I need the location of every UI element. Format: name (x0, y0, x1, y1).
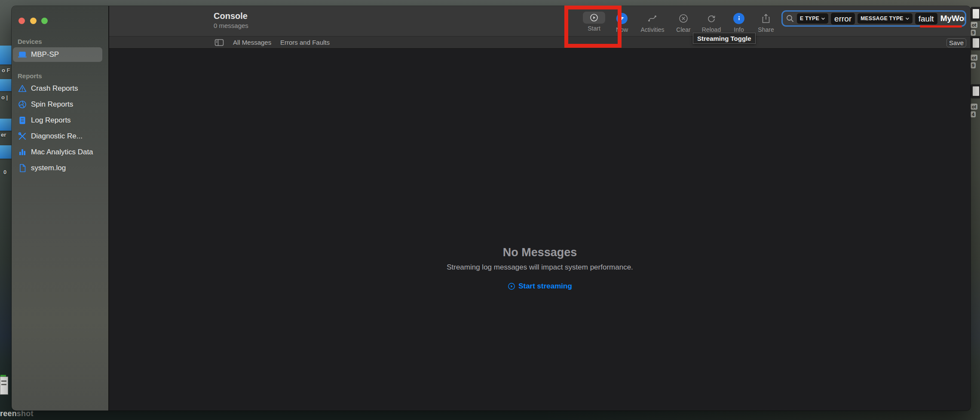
screenshot-thumbnail-icon (971, 36, 980, 50)
screenshot-thumbnail-icon (971, 7, 980, 21)
desktop-icon-label: o | (1, 94, 8, 101)
zoom-window-button[interactable] (41, 18, 48, 24)
page-title: Console (214, 11, 248, 21)
chevron-down-icon (821, 17, 825, 20)
sidebar: Devices MBP-SP Reports Crash Reports Spi… (12, 6, 108, 411)
streaming-toggle-tooltip: Streaming Toggle (693, 33, 756, 44)
tab-errors-and-faults[interactable]: Errors and Faults (280, 37, 330, 49)
sidebar-toggle-button[interactable] (214, 38, 224, 47)
message-count: 0 messages (214, 22, 248, 29)
search-value-token[interactable]: fault (915, 13, 937, 25)
annotation-red-underline (920, 25, 962, 28)
bar-chart-icon (18, 147, 27, 157)
sidebar-item-label: system.log (31, 164, 66, 172)
sidebar-item-label: Diagnostic Re... (31, 132, 83, 141)
filter-bar: All Messages Errors and Faults Save (109, 37, 971, 49)
label-part: shot (17, 409, 34, 418)
empty-state: No Messages Streaming log messages will … (109, 246, 971, 292)
sidebar-item-mac-analytics[interactable]: Mac Analytics Data (13, 145, 102, 159)
tab-all-messages[interactable]: All Messages (233, 37, 271, 49)
search-input-text[interactable]: MyWorkDrive (940, 14, 966, 23)
aperture-icon (18, 100, 27, 109)
info-circle-icon (733, 13, 744, 24)
tools-icon (18, 132, 27, 141)
chevron-down-icon (905, 17, 910, 20)
file-label: ot (971, 104, 977, 110)
thumb-line (1, 384, 6, 385)
search-value-token[interactable]: error (831, 13, 855, 25)
sidebar-item-mbp-sp[interactable]: MBP-SP (13, 47, 102, 62)
main-panel: Console 0 messages Start Now (109, 6, 971, 411)
label-part: reen (0, 409, 17, 418)
sidebar-item-label: Crash Reports (31, 84, 78, 93)
desktop-file-icon[interactable]: ot 9 (971, 7, 980, 36)
play-circle-icon (508, 282, 515, 290)
empty-state-title: No Messages (109, 246, 971, 259)
search-icon (786, 14, 794, 23)
search-field[interactable]: E TYPE error MESSAGE TYPE fault MyWorkDr… (781, 10, 966, 27)
file-label: ot (971, 22, 977, 28)
file-label: ot (971, 55, 977, 61)
desktop-icon-label: er (1, 132, 6, 138)
search-filter-token[interactable]: MESSAGE TYPE (858, 13, 913, 24)
sidebar-item-label: Log Reports (31, 116, 71, 125)
laptop-icon (18, 50, 27, 59)
toolbar: Console 0 messages Start Now (109, 6, 971, 37)
log-document-icon (18, 116, 27, 125)
minimize-window-button[interactable] (30, 18, 37, 24)
clear-circle-x-icon (678, 13, 689, 24)
screenshot-thumbnail-icon (971, 84, 980, 98)
sidebar-item-spin-reports[interactable]: Spin Reports (13, 97, 102, 112)
activities-curve-icon (647, 13, 658, 24)
console-window: Devices MBP-SP Reports Crash Reports Spi… (12, 6, 971, 411)
desktop: { "colors": { "accent": "#0a84ff", "anno… (0, 0, 980, 420)
file-icon (18, 163, 27, 173)
warning-triangle-icon (18, 84, 27, 93)
reload-icon (706, 13, 717, 24)
start-streaming-link[interactable]: Start streaming (508, 282, 572, 291)
start-streaming-label: Start streaming (518, 282, 572, 291)
sidebar-item-diagnostic-reports[interactable]: Diagnostic Re... (13, 129, 102, 144)
sidebar-toggle-icon (214, 38, 224, 47)
save-search-button[interactable]: Save (946, 38, 966, 47)
desktop-file-icon[interactable]: ot 4 (971, 84, 980, 118)
share-icon (761, 13, 771, 24)
desktop-file-name: reenshot (0, 409, 34, 418)
close-window-button[interactable] (18, 18, 25, 24)
file-label: 4 (971, 111, 976, 117)
sidebar-item-label: MBP-SP (31, 50, 59, 59)
desktop-icon-label: o F (2, 67, 10, 74)
green-strip (0, 375, 6, 377)
sidebar-item-crash-reports[interactable]: Crash Reports (13, 81, 102, 96)
empty-state-subtitle: Streaming log messages will impact syste… (109, 263, 971, 272)
sidebar-item-label: Spin Reports (31, 100, 73, 109)
sidebar-section-reports: Reports (18, 72, 42, 80)
toolbar-button-label: Share (745, 26, 787, 33)
sidebar-item-system-log[interactable]: system.log (13, 161, 102, 175)
share-toolbar-button[interactable]: Share (745, 12, 787, 33)
sidebar-item-log-reports[interactable]: Log Reports (13, 113, 102, 128)
token-label: MESSAGE TYPE (861, 15, 903, 21)
desktop-file-icon[interactable]: ot 9 (971, 36, 980, 69)
thumb-line (1, 380, 6, 382)
file-label: 9 (971, 62, 976, 68)
sidebar-section-devices: Devices (18, 38, 42, 45)
search-filter-token[interactable]: E TYPE (797, 13, 828, 24)
message-list-area: No Messages Streaming log messages will … (109, 49, 971, 411)
background-window-thumbnail[interactable] (0, 377, 8, 395)
annotation-red-box (564, 6, 622, 48)
desktop-icon-label: 0 (3, 169, 6, 175)
token-label: E TYPE (800, 15, 819, 21)
file-label: 9 (971, 30, 976, 36)
sidebar-item-label: Mac Analytics Data (31, 148, 93, 156)
